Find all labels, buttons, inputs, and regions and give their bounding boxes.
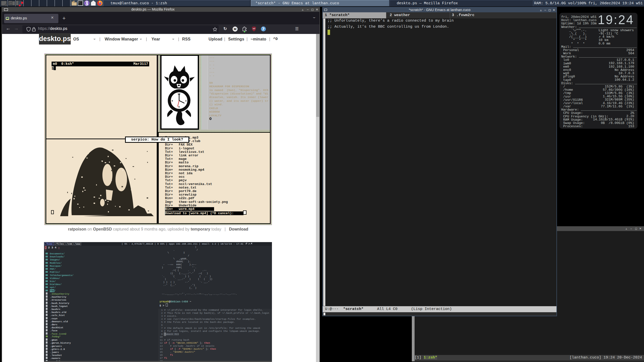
svg-text:12: 12	[178, 93, 180, 96]
svg-text:uO: uO	[253, 28, 255, 29]
svg-text:9: 9	[172, 100, 173, 102]
svg-text:3: 3	[185, 100, 186, 102]
svg-text:6: 6	[178, 106, 180, 108]
svg-text:M: M	[234, 27, 236, 31]
